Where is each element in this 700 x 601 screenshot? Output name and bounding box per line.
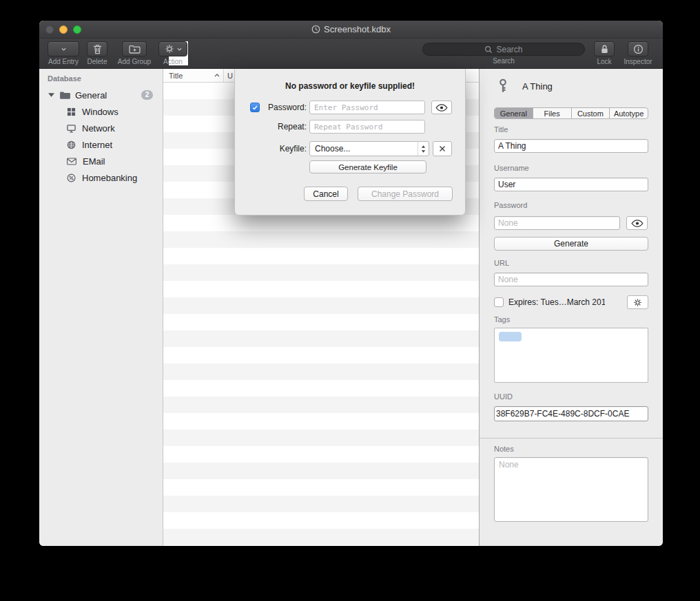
minimize-button[interactable] [59, 25, 68, 34]
expires-label: Expires: Tues…March 2015 [508, 297, 605, 307]
password-enabled-checkbox[interactable] [250, 103, 260, 112]
delete-button[interactable] [87, 41, 107, 56]
clear-keyfile-button[interactable] [433, 141, 452, 156]
info-circle-icon [633, 44, 644, 54]
close-button[interactable] [45, 25, 54, 34]
chevron-down-icon [61, 48, 66, 51]
windows-grid-icon [67, 107, 76, 116]
tags-label: Tags [494, 315, 510, 324]
tab-general[interactable]: General [495, 108, 533, 118]
popup-stepper-icon [418, 142, 429, 156]
action-button[interactable] [158, 41, 187, 56]
monitor-icon [67, 124, 76, 133]
folder-icon [59, 91, 71, 100]
close-x-icon [439, 145, 446, 152]
folder-plus-icon [129, 45, 141, 54]
sidebar-item-label: Windows [82, 107, 119, 117]
search-input[interactable]: Search [422, 43, 585, 56]
delete-toolbar-item: Delete [81, 41, 114, 65]
password-field[interactable] [494, 216, 620, 230]
reveal-password-button[interactable] [626, 216, 648, 230]
add-group-button[interactable] [122, 41, 147, 56]
sidebar-group-label: General [75, 90, 107, 101]
envelope-icon [67, 158, 76, 165]
expires-row: Expires: Tues…March 2015 [494, 295, 648, 310]
padlock-icon [600, 44, 609, 54]
column-header-title[interactable]: Title [163, 69, 224, 82]
zoom-button[interactable] [73, 25, 81, 34]
generate-keyfile-label: Generate Keyfile [338, 163, 398, 171]
add-group-label: Add Group [114, 58, 155, 65]
tag-token[interactable] [499, 332, 522, 341]
username-field[interactable] [494, 178, 648, 191]
sidebar-item-label: EMail [83, 156, 105, 167]
action-label: Action [155, 58, 191, 65]
keyfile-popup[interactable]: Choose... [309, 141, 429, 156]
delete-label: Delete [81, 58, 114, 65]
url-field[interactable] [494, 273, 648, 286]
sidebar-item-homebanking[interactable]: Homebanking [39, 169, 163, 186]
notes-field[interactable] [494, 457, 648, 522]
inspector-panel: A Thing General Files Custom Autotype Ti… [479, 69, 663, 546]
search-toolbar-item: Search Search [422, 41, 585, 65]
disclosure-triangle-icon[interactable] [48, 93, 54, 97]
action-toolbar-item: Action [155, 41, 191, 65]
password-label: Password: [261, 101, 307, 114]
expires-checkbox[interactable] [494, 297, 504, 307]
change-password-label: Change Password [371, 189, 439, 199]
key-icon [497, 78, 508, 94]
tab-files[interactable]: Files [533, 108, 572, 118]
gear-icon [633, 298, 642, 307]
search-label: Search [422, 57, 585, 65]
inspector-tabs: General Files Custom Autotype [494, 107, 648, 119]
cancel-button[interactable]: Cancel [304, 187, 348, 201]
lock-label: Lock [592, 58, 617, 65]
sidebar-item-internet[interactable]: Internet [39, 136, 163, 153]
tab-custom[interactable]: Custom [572, 108, 610, 118]
traffic-lights [45, 25, 81, 34]
sidebar-item-label: Internet [82, 140, 112, 150]
entry-title: A Thing [522, 81, 553, 92]
tab-autotype[interactable]: Autotype [610, 108, 648, 118]
chevron-down-icon [177, 48, 182, 51]
title-field[interactable] [494, 139, 648, 153]
cancel-label: Cancel [313, 189, 338, 199]
generate-password-button[interactable]: Generate [494, 237, 648, 251]
inspector-toolbar-item: Inspector [619, 41, 657, 65]
trash-icon [93, 44, 102, 54]
uuid-field[interactable] [494, 406, 648, 421]
entry-count-badge: 2 [141, 90, 153, 100]
inspector-button[interactable] [628, 41, 648, 56]
percent-coin-icon [67, 173, 76, 182]
tags-box[interactable] [494, 328, 648, 383]
master-password-input[interactable] [309, 101, 425, 114]
username-field-label: Username [494, 164, 529, 172]
sidebar-item-label: Network [82, 123, 115, 134]
repeat-password-input[interactable] [309, 120, 425, 134]
lock-button[interactable] [594, 41, 615, 56]
sheet-message: No password or keyfile supplied! [235, 81, 465, 91]
sidebar-item-network[interactable]: Network [39, 120, 163, 136]
inspector-divider [480, 438, 663, 439]
generate-keyfile-button[interactable]: Generate Keyfile [309, 160, 426, 173]
sidebar-item-email[interactable]: EMail [39, 153, 163, 169]
inspector-label: Inspector [619, 58, 657, 65]
titlebar[interactable]: Screenshot.kdbx [39, 21, 663, 39]
sidebar-item-windows[interactable]: Windows [39, 103, 163, 120]
uuid-label: UUID [494, 392, 513, 401]
keyfile-popup-value: Choose... [315, 144, 350, 154]
globe-icon [67, 140, 76, 149]
sidebar-group-general[interactable]: General 2 [39, 87, 163, 103]
toolbar: Add Entry Delete Add Group [39, 39, 663, 69]
title-field-label: Title [494, 125, 508, 134]
search-icon [484, 45, 493, 54]
eye-icon [435, 104, 448, 112]
change-password-button[interactable]: Change Password [358, 187, 453, 201]
reveal-master-password-button[interactable] [431, 101, 452, 114]
sidebar-section-header: Database [48, 74, 81, 83]
expires-settings-button[interactable] [627, 295, 648, 309]
url-field-label: URL [494, 259, 509, 267]
add-entry-button[interactable] [48, 41, 79, 56]
notes-label: Notes [494, 445, 514, 453]
generate-label: Generate [554, 239, 588, 249]
